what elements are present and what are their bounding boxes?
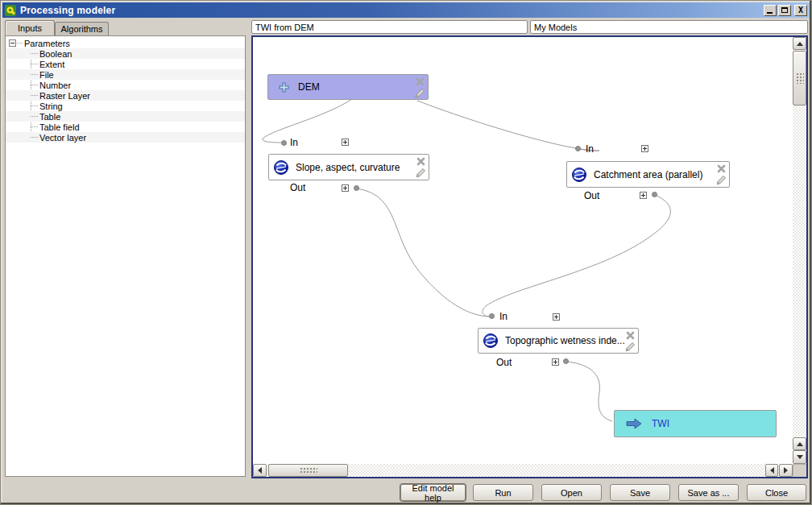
window-title: Processing modeler [20, 5, 115, 16]
tree-item-boolean[interactable]: Boolean [6, 48, 245, 59]
edit-node-icon[interactable] [715, 174, 727, 185]
tree-item-string[interactable]: String [6, 101, 245, 111]
arrow-output-icon [626, 418, 642, 429]
run-button[interactable]: Run [473, 484, 533, 501]
expand-inputs-icon[interactable] [342, 139, 349, 146]
tree-item-raster-layer[interactable]: Raster Layer [6, 90, 245, 101]
node-slope-aspect-curvature[interactable]: Slope, aspect, curvature [268, 154, 429, 180]
close-button[interactable]: Close [747, 484, 806, 501]
save-as-button[interactable]: Save as ... [678, 484, 739, 501]
tree-item-number[interactable]: Number [6, 80, 245, 90]
saga-algorithm-icon [273, 159, 289, 176]
minimize-button[interactable] [764, 5, 777, 16]
tree-item-label: Extent [39, 60, 64, 69]
tree-tick [31, 95, 38, 96]
collapse-expander-icon[interactable] [9, 39, 16, 47]
port-in-dot[interactable] [489, 313, 495, 319]
port-in-dot[interactable] [281, 140, 287, 146]
expand-outputs-icon[interactable] [640, 192, 647, 199]
scroll-left-button-2[interactable] [765, 464, 778, 477]
expand-outputs-icon[interactable] [342, 184, 349, 192]
edit-node-icon[interactable] [414, 87, 425, 98]
node-label: Slope, aspect, curvature [296, 162, 400, 173]
model-canvas[interactable]: DEM In [251, 35, 808, 478]
thumb-grip [796, 72, 804, 84]
tree-item-table[interactable]: Table [6, 111, 245, 122]
scroll-up-button[interactable] [793, 37, 806, 50]
port-out-label: Out [496, 357, 512, 368]
scroll-right-icon [784, 467, 788, 474]
vertical-scroll-thumb[interactable] [793, 51, 806, 106]
close-window-button[interactable]: X [794, 5, 807, 16]
node-topographic-wetness-index[interactable]: Topographic wetness inde... [478, 328, 639, 354]
horizontal-scroll-thumb[interactable] [268, 464, 348, 477]
delete-node-icon[interactable] [715, 163, 727, 174]
port-in-label: In [290, 137, 298, 148]
tree-item-file[interactable]: File [6, 69, 245, 80]
scroll-down-icon [797, 455, 803, 459]
node-twi-output[interactable]: TWI [614, 410, 777, 437]
edit-node-icon[interactable] [415, 167, 426, 178]
tree-tick [31, 106, 38, 106]
port-out-dot[interactable] [563, 358, 569, 364]
open-button[interactable]: Open [541, 484, 602, 501]
scroll-up-button-2[interactable] [793, 437, 806, 450]
tree-item-extent[interactable]: Extent [6, 59, 245, 69]
delete-node-icon[interactable] [624, 329, 636, 341]
close-icon: X [798, 6, 803, 14]
model-name-input[interactable] [251, 20, 528, 34]
tree-item-label: Vector layer [39, 133, 86, 143]
scroll-left-icon [258, 467, 262, 474]
tree-item-vector-layer[interactable]: Vector layer [6, 132, 245, 143]
plus-input-icon [278, 81, 290, 93]
inputs-tree: Parameters Boolean Extent File Number Ra… [5, 35, 246, 477]
tree-item-label: Number [39, 81, 71, 90]
port-out-label: Out [584, 190, 599, 201]
tree-tick [31, 74, 38, 75]
port-out-dot[interactable] [354, 185, 359, 191]
scroll-up-icon [797, 42, 803, 46]
port-in-dot[interactable] [575, 146, 581, 151]
port-in-label: In [499, 311, 508, 322]
model-group-input[interactable] [530, 20, 808, 34]
horizontal-scrollbar[interactable] [253, 464, 793, 477]
minimize-icon [767, 12, 773, 14]
connection-catchment-twi [483, 195, 671, 317]
node-catchment-area[interactable]: Catchment area (parallel) [566, 161, 730, 188]
scroll-down-button[interactable] [793, 450, 806, 464]
expand-inputs-icon[interactable] [641, 145, 648, 152]
tab-algorithms[interactable]: Algorithms [55, 22, 109, 35]
scroll-left-icon [770, 467, 774, 474]
tree-tick [31, 137, 38, 138]
save-button[interactable]: Save [610, 484, 670, 501]
scroll-right-button[interactable] [779, 464, 793, 477]
tab-inputs[interactable]: Inputs [5, 20, 55, 35]
tab-inputs-label: Inputs [18, 23, 42, 33]
tree-root-label: Parameters [24, 39, 70, 48]
delete-node-icon[interactable] [414, 76, 425, 87]
delete-node-icon[interactable] [415, 155, 426, 167]
tree-item-table-field[interactable]: Table field [6, 122, 245, 132]
edit-model-help-button[interactable]: Edit model help [400, 484, 466, 501]
tree-item-label: File [39, 70, 54, 80]
scroll-left-button[interactable] [253, 464, 267, 477]
tree-item-label: Raster Layer [39, 91, 90, 101]
expand-inputs-icon[interactable] [553, 313, 560, 321]
maximize-button[interactable] [778, 5, 791, 16]
node-label: Topographic wetness inde... [505, 335, 625, 346]
edit-node-icon[interactable] [624, 341, 636, 352]
vertical-scrollbar[interactable] [793, 37, 806, 464]
tree-item-parameters[interactable]: Parameters [6, 38, 245, 48]
port-out-label: Out [290, 182, 305, 193]
tree-tick [31, 64, 38, 64]
connection-twi-output [566, 362, 612, 421]
port-out-dot[interactable] [652, 192, 657, 197]
node-dem[interactable]: DEM [267, 74, 429, 100]
tree-item-label: Table field [39, 122, 80, 132]
expand-outputs-icon[interactable] [552, 358, 559, 366]
tree-tick [31, 53, 38, 54]
title-bar[interactable]: Processing modeler X [2, 2, 810, 18]
tree-tick [31, 126, 38, 127]
saga-algorithm-icon [571, 167, 587, 183]
node-label: DEM [298, 81, 320, 93]
